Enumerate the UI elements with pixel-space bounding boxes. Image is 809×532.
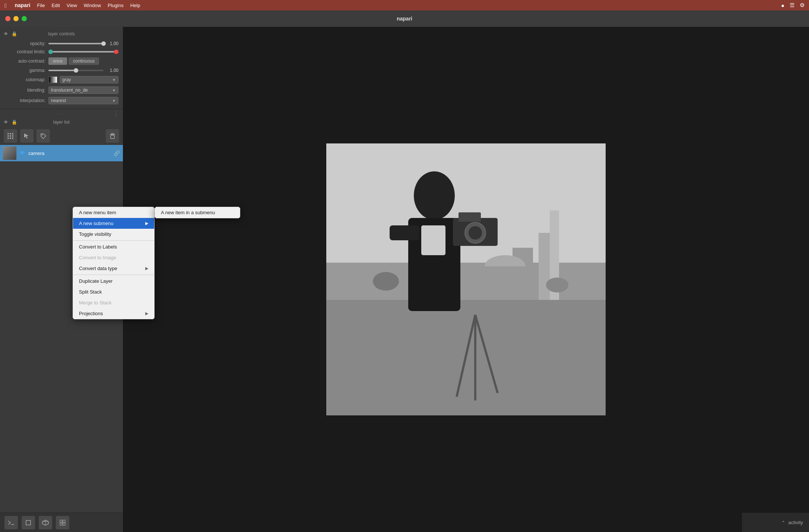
layer-thumbnail	[3, 146, 16, 160]
minimize-button[interactable]	[13, 16, 19, 21]
context-menu-item-split-stack[interactable]: Split Stack	[73, 286, 154, 297]
lock-icon[interactable]: 🔒	[11, 31, 17, 37]
svg-point-8	[12, 137, 13, 139]
menu-window[interactable]: Window	[84, 3, 101, 8]
record-icon[interactable]: ●	[781, 2, 784, 9]
auto-contrast-buttons: once continuous	[48, 57, 99, 65]
terminal-button[interactable]	[4, 516, 18, 529]
submenu: A new item in a submenu	[155, 207, 240, 218]
settings-icon[interactable]: ⚙	[800, 2, 805, 9]
close-button[interactable]	[5, 16, 10, 21]
terminal-icon	[8, 520, 15, 525]
photo-svg	[326, 143, 606, 415]
menu-icon[interactable]: ☰	[790, 2, 794, 9]
menu-view[interactable]: View	[67, 3, 77, 8]
layer-controls-title: layer controls	[48, 31, 74, 37]
menu-edit[interactable]: Edit	[51, 3, 60, 8]
contrast-row: contrast limits:	[0, 48, 123, 56]
layer-item[interactable]: 👁 camera 🔗	[0, 145, 123, 161]
context-menu-item-projections[interactable]: Projections ▶	[73, 308, 154, 319]
svg-rect-22	[60, 523, 62, 525]
colormap-select[interactable]: gray ▼	[48, 76, 118, 83]
square-icon	[25, 520, 31, 526]
direct-select-button[interactable]	[37, 129, 50, 143]
contrast-label: contrast limits:	[4, 49, 45, 54]
once-button[interactable]: once	[48, 57, 67, 65]
menu-help[interactable]: Help	[130, 3, 140, 8]
svg-point-6	[7, 137, 9, 139]
panel-resize-icon[interactable]: ⋮	[113, 110, 119, 117]
svg-marker-9	[24, 133, 29, 139]
svg-point-43	[373, 272, 399, 291]
image-canvas	[326, 143, 606, 415]
context-menu-separator-1	[73, 240, 154, 241]
activity-chevron-icon: ⌃	[781, 520, 785, 525]
svg-rect-45	[421, 225, 445, 255]
add-points-button[interactable]	[4, 129, 17, 143]
layer-link-icon[interactable]: 🔗	[114, 150, 120, 156]
square-layer-button[interactable]	[22, 516, 35, 529]
eye-icon[interactable]: 👁	[3, 31, 9, 37]
opacity-slider[interactable]	[48, 43, 104, 44]
eye-list-icon[interactable]: 👁	[3, 119, 9, 125]
context-menu-item-convert-data-type[interactable]: Convert data type ▶	[73, 263, 154, 274]
context-menu-item-toggle-visibility[interactable]: Toggle visibility	[73, 229, 154, 240]
svg-rect-16	[26, 520, 31, 525]
submenu-item-new-item[interactable]: A new item in a submenu	[155, 207, 240, 218]
cube-button[interactable]	[39, 516, 52, 529]
contrast-slider[interactable]	[48, 51, 118, 53]
context-menu-item-new-submenu[interactable]: A new submenu ▶	[73, 218, 154, 229]
colormap-row: colormap: gray ▼	[0, 75, 123, 85]
blending-dropdown[interactable]: translucent_no_de ▼	[48, 86, 118, 94]
opacity-value: 1.00	[107, 41, 118, 46]
app-name-menu[interactable]: napari	[15, 2, 30, 8]
layer-visibility-icon[interactable]: 👁	[19, 150, 25, 156]
context-menu-item-new-menu[interactable]: A new menu item	[73, 207, 154, 218]
svg-point-2	[12, 133, 13, 134]
auto-contrast-row: auto-contrast: once continuous	[0, 56, 123, 66]
gamma-label: gamma:	[4, 68, 45, 73]
context-menu-separator-2	[73, 275, 154, 275]
interpolation-dropdown[interactable]: nearest ▼	[48, 97, 118, 104]
colormap-label: colormap:	[4, 77, 45, 82]
context-menu-item-duplicate-layer[interactable]: Duplicate Layer	[73, 276, 154, 286]
context-menu-item-merge-stack: Merge to Stack	[73, 297, 154, 308]
menu-file[interactable]: File	[37, 3, 45, 8]
menu-plugins[interactable]: Plugins	[108, 3, 124, 8]
activity-bar: ⌃ activity	[742, 513, 809, 532]
lock-list-icon[interactable]: 🔒	[11, 119, 17, 125]
trash-icon	[109, 133, 116, 139]
svg-point-44	[546, 278, 568, 292]
svg-point-34	[469, 226, 482, 240]
svg-point-5	[12, 135, 13, 137]
svg-rect-21	[63, 520, 65, 522]
svg-point-3	[7, 135, 9, 137]
context-menu-item-convert-labels[interactable]: Convert to Labels	[73, 241, 154, 252]
apple-menu[interactable]: 	[4, 2, 6, 9]
layer-list-header: 👁 🔒 layer list	[0, 118, 123, 127]
layer-controls-header: 👁 🔒 layer controls	[0, 30, 123, 39]
layer-toolbar	[0, 127, 123, 145]
colormap-dropdown[interactable]: gray ▼	[60, 76, 118, 83]
blending-label: blending:	[4, 88, 45, 93]
select-tool-button[interactable]	[20, 129, 34, 143]
grid-view-button[interactable]	[56, 516, 69, 529]
title-bar: napari	[0, 10, 809, 27]
panel-divider[interactable]: ··· ⋮	[0, 109, 123, 118]
layer-name-label: camera	[28, 151, 111, 156]
delete-layer-button[interactable]	[106, 129, 119, 143]
svg-point-27	[414, 171, 455, 220]
layer-list-title: layer list	[53, 120, 70, 125]
svg-rect-29	[390, 225, 419, 240]
menu-bar-right: ● ☰ ⚙	[781, 2, 805, 9]
maximize-button[interactable]	[22, 16, 27, 21]
opacity-row: opacity: 1.00	[0, 39, 123, 48]
submenu-arrow-icon: ▶	[145, 221, 148, 226]
svg-point-0	[7, 133, 9, 134]
continuous-button[interactable]: continuous	[69, 57, 99, 65]
window-title: napari	[397, 16, 412, 22]
context-menu-item-convert-image: Convert to Image	[73, 252, 154, 263]
gamma-slider[interactable]	[48, 70, 104, 71]
activity-label[interactable]: activity	[788, 520, 803, 525]
svg-rect-42	[485, 266, 526, 300]
